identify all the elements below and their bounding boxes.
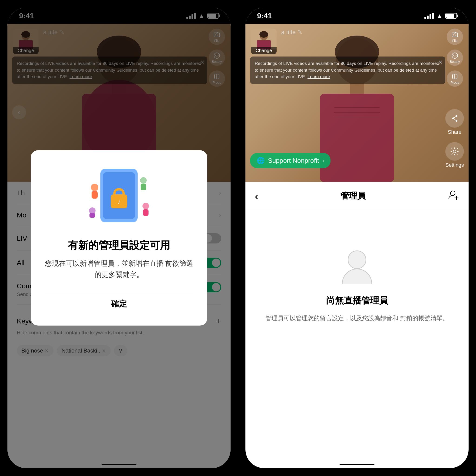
svg-point-37 <box>454 34 456 36</box>
svg-point-19 <box>142 203 149 209</box>
svg-point-34 <box>259 31 268 38</box>
manager-empty-title: 尚無直播管理員 <box>326 295 388 306</box>
left-phone: 9:41 ▲ <box>0 0 238 476</box>
svg-point-15 <box>91 184 98 191</box>
support-chevron-icon: › <box>322 158 324 164</box>
right-phone: 9:41 ▲ <box>238 0 476 476</box>
support-globe-icon: 🌐 <box>256 157 265 164</box>
svg-line-43 <box>453 116 457 118</box>
avatar-head <box>348 250 366 269</box>
svg-rect-28 <box>320 94 394 182</box>
right-wifi-icon: ▲ <box>437 12 442 19</box>
svg-point-45 <box>453 150 456 153</box>
svg-point-17 <box>140 177 147 184</box>
right-thumbnail-label: Change <box>251 47 277 54</box>
avatar-body <box>342 269 372 284</box>
right-live-side-icons: Share Settings <box>445 109 464 168</box>
empty-avatar <box>339 250 375 288</box>
settings-label: Settings <box>445 162 464 168</box>
right-live-bg: Change a title ✎ Flip Beauty Props <box>245 24 469 182</box>
manager-body: 尚無直播管理員 管理員可以管理您的留言設定，以及您設為靜音和 封鎖的帳號清單。 <box>245 210 469 363</box>
support-nonprofit-label: Support Nonprofit <box>268 157 319 164</box>
share-label: Share <box>448 129 462 135</box>
manager-title: 管理員 <box>340 190 366 202</box>
svg-rect-18 <box>141 184 146 190</box>
modal-body: 您現在可以新增管理員，並新增在直播 前欲篩選的更多關鍵字。 <box>45 258 193 280</box>
right-info-banner-text: Recordings of LIVE videos are available … <box>255 60 441 80</box>
home-indicator-right <box>340 464 374 465</box>
right-top-icons: Flip Beauty Props <box>447 29 463 87</box>
svg-rect-39 <box>453 74 457 79</box>
manager-empty-desc: 管理員可以管理您的留言設定，以及您設為靜音和 封鎖的帳號清單。 <box>252 314 462 323</box>
manager-page: ‹ 管理員 尚無直播管理員 管理員可以管理 <box>245 182 469 359</box>
right-thumbnail[interactable]: Change <box>251 29 277 54</box>
modal-title: 有新的管理員設定可用 <box>45 239 193 252</box>
right-props-btn[interactable]: Props <box>447 71 463 87</box>
right-beauty-label: Beauty <box>450 60 460 64</box>
right-learn-more-link[interactable]: Learn more <box>307 74 330 79</box>
right-flip-label: Flip <box>452 39 458 43</box>
svg-line-44 <box>453 118 457 121</box>
settings-btn[interactable]: Settings <box>445 142 464 168</box>
svg-rect-22 <box>89 213 95 218</box>
right-live-title: a title ✎ <box>281 29 442 36</box>
right-time: 9:41 <box>257 12 272 20</box>
right-battery-icon <box>445 13 457 18</box>
manager-add-btn[interactable] <box>448 189 459 203</box>
right-status-icons: ▲ <box>425 12 457 19</box>
modal-illustration: ♪ <box>84 164 154 229</box>
right-signal-icon <box>425 13 434 19</box>
right-info-banner-close[interactable]: ✕ <box>438 58 442 66</box>
manager-back-btn[interactable]: ‹ <box>255 189 259 203</box>
svg-rect-20 <box>143 209 149 216</box>
svg-point-46 <box>450 191 455 195</box>
support-nonprofit-btn[interactable]: 🌐 Support Nonprofit › <box>250 153 330 168</box>
modal-overlay: ♪ 有新的管理員設定可用 您現在可以新增管理員，並新增在直播 前欲篩選的更多關鍵… <box>7 8 231 468</box>
svg-point-38 <box>452 53 458 58</box>
modal-box: ♪ 有新的管理員設定可用 您現在可以新增管理員，並新增在直播 前欲篩選的更多關鍵… <box>31 150 207 326</box>
right-props-label: Props <box>451 81 459 84</box>
svg-point-21 <box>89 207 96 214</box>
right-status-bar: 9:41 ▲ <box>245 8 469 24</box>
svg-text:♪: ♪ <box>117 198 121 205</box>
svg-rect-16 <box>92 191 98 199</box>
share-btn[interactable]: Share <box>445 109 464 135</box>
manager-header: ‹ 管理員 <box>245 182 469 210</box>
right-info-banner: Recordings of LIVE videos are available … <box>250 56 445 84</box>
modal-confirm-btn[interactable]: 確定 <box>45 294 193 314</box>
right-beauty-btn[interactable]: Beauty <box>447 50 463 66</box>
right-flip-btn[interactable]: Flip <box>447 29 463 45</box>
svg-rect-36 <box>452 33 458 37</box>
